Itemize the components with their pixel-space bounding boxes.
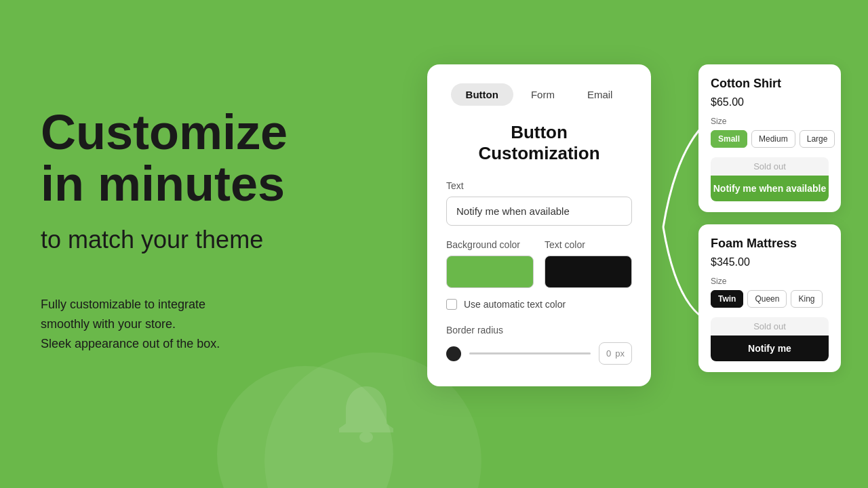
text-field-label: Text [446, 180, 632, 191]
size-label-1: Size [711, 117, 829, 126]
product-price-1: $65.00 [711, 96, 829, 108]
slider-track[interactable] [469, 352, 591, 354]
panel-title: Button Customization [446, 122, 632, 164]
product-card-cotton-shirt: Cotton Shirt $65.00 Size Small Medium La… [698, 64, 841, 212]
border-radius-input-box: 0 px [599, 342, 632, 365]
slider-handle[interactable] [446, 346, 461, 361]
size-btn-king[interactable]: King [791, 290, 822, 308]
text-color-label: Text color [545, 239, 632, 250]
product-name-1: Cotton Shirt [711, 77, 829, 91]
size-btn-medium[interactable]: Medium [751, 130, 795, 148]
product-price-2: $345.00 [711, 256, 829, 268]
center-panel: Button Form Email Button Customization T… [427, 64, 651, 386]
size-btn-twin[interactable]: Twin [711, 290, 743, 308]
checkbox-row: Use automatic text color [446, 299, 632, 310]
bg-color-swatch[interactable] [446, 256, 534, 288]
border-radius-label: Border radius [446, 325, 632, 336]
sold-out-label-2: Sold out [711, 317, 829, 336]
size-btn-small[interactable]: Small [711, 130, 747, 148]
text-color-field: Text color [545, 239, 632, 288]
size-options-2: Twin Queen King [711, 290, 829, 308]
size-btn-large[interactable]: Large [800, 130, 835, 148]
product-card-foam-mattress: Foam Mattress $345.00 Size Twin Queen Ki… [698, 224, 841, 372]
color-row: Background color Text color [446, 239, 632, 288]
size-options-1: Small Medium Large [711, 130, 829, 148]
sold-out-label-1: Sold out [711, 157, 829, 176]
right-section: Cotton Shirt $65.00 Size Small Medium La… [698, 64, 841, 372]
slider-row: 0 px [446, 342, 632, 365]
tab-email[interactable]: Email [572, 83, 628, 106]
notify-block-1: Sold out Notify me when available [711, 157, 829, 201]
notify-button-1[interactable]: Notify me when available [711, 176, 829, 201]
sub-heading: to match your theme [41, 226, 380, 254]
description: Fully customizable to integrate smoothly… [41, 295, 380, 353]
tab-form[interactable]: Form [516, 83, 570, 106]
bg-color-field: Background color [446, 239, 534, 288]
notify-button-2[interactable]: Notify me [711, 336, 829, 361]
main-heading: Customizein minutes [41, 107, 380, 209]
product-name-2: Foam Mattress [711, 237, 829, 251]
text-input[interactable] [446, 197, 632, 226]
text-color-swatch[interactable] [545, 256, 632, 288]
tabs-container: Button Form Email [446, 83, 632, 106]
size-label-2: Size [711, 277, 829, 286]
bg-color-label: Background color [446, 239, 534, 250]
left-section: Customizein minutes to match your theme … [41, 0, 380, 488]
notify-block-2: Sold out Notify me [711, 317, 829, 361]
auto-color-label: Use automatic text color [464, 299, 566, 310]
border-radius-value[interactable]: 0 [606, 348, 611, 359]
tab-button[interactable]: Button [451, 83, 513, 106]
auto-color-checkbox[interactable] [446, 299, 457, 310]
size-btn-queen[interactable]: Queen [747, 290, 787, 308]
border-radius-unit: px [615, 348, 625, 359]
